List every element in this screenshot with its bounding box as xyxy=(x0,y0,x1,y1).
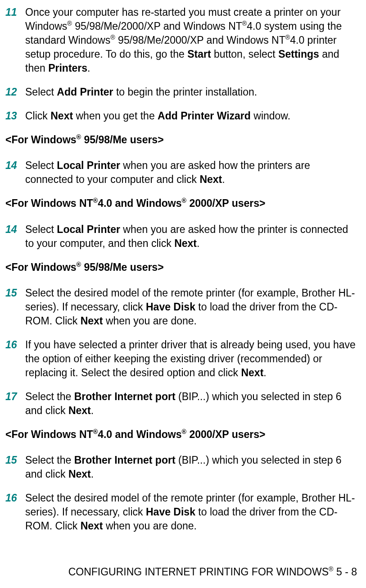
step-number: 15 xyxy=(5,286,25,328)
step-number: 14 xyxy=(5,223,25,251)
steps-group-a: 11Once your computer has re-started you … xyxy=(5,5,357,123)
step-number: 17 xyxy=(5,390,25,418)
step-number: 16 xyxy=(5,491,25,533)
step-item: 12Select Add Printer to begin the printe… xyxy=(5,85,357,99)
section-heading-b: <For Windows® 95/98/Me users> xyxy=(5,133,357,147)
step-item: 15Select the desired model of the remote… xyxy=(5,286,357,328)
step-number: 11 xyxy=(5,5,25,75)
step-text: Select the desired model of the remote p… xyxy=(25,286,357,328)
section-heading-e: <For Windows NT®4.0 and Windows® 2000/XP… xyxy=(5,428,357,442)
step-text: If you have selected a printer driver th… xyxy=(25,338,357,380)
steps-group-e: 15Select the Brother Internet port (BIP.… xyxy=(5,453,357,533)
section-heading-c: <For Windows NT®4.0 and Windows® 2000/XP… xyxy=(5,196,357,210)
steps-group-c: 14Select Local Printer when you are aske… xyxy=(5,223,357,251)
step-item: 16Select the desired model of the remote… xyxy=(5,491,357,533)
page-footer: CONFIGURING INTERNET PRINTING FOR WINDOW… xyxy=(68,566,357,578)
step-number: 16 xyxy=(5,338,25,380)
step-text: Select the Brother Internet port (BIP...… xyxy=(25,390,357,418)
step-number: 15 xyxy=(5,453,25,481)
step-text: Select the desired model of the remote p… xyxy=(25,491,357,533)
step-item: 13Click Next when you get the Add Printe… xyxy=(5,109,357,123)
step-number: 12 xyxy=(5,85,25,99)
document-body: 11Once your computer has re-started you … xyxy=(5,5,357,533)
step-item: 14Select Local Printer when you are aske… xyxy=(5,223,357,251)
step-item: 14Select Local Printer when you are aske… xyxy=(5,159,357,187)
step-text: Click Next when you get the Add Printer … xyxy=(25,109,357,123)
step-item: 11Once your computer has re-started you … xyxy=(5,5,357,75)
step-text: Select the Brother Internet port (BIP...… xyxy=(25,453,357,481)
step-text: Select Local Printer when you are asked … xyxy=(25,159,357,187)
step-number: 13 xyxy=(5,109,25,123)
step-text: Once your computer has re-started you mu… xyxy=(25,5,357,75)
section-heading-d: <For Windows® 95/98/Me users> xyxy=(5,260,357,274)
step-number: 14 xyxy=(5,159,25,187)
step-item: 17Select the Brother Internet port (BIP.… xyxy=(5,390,357,418)
steps-group-d: 15Select the desired model of the remote… xyxy=(5,286,357,418)
step-text: Select Add Printer to begin the printer … xyxy=(25,85,357,99)
step-item: 16If you have selected a printer driver … xyxy=(5,338,357,380)
step-text: Select Local Printer when you are asked … xyxy=(25,223,357,251)
steps-group-b: 14Select Local Printer when you are aske… xyxy=(5,159,357,187)
step-item: 15Select the Brother Internet port (BIP.… xyxy=(5,453,357,481)
